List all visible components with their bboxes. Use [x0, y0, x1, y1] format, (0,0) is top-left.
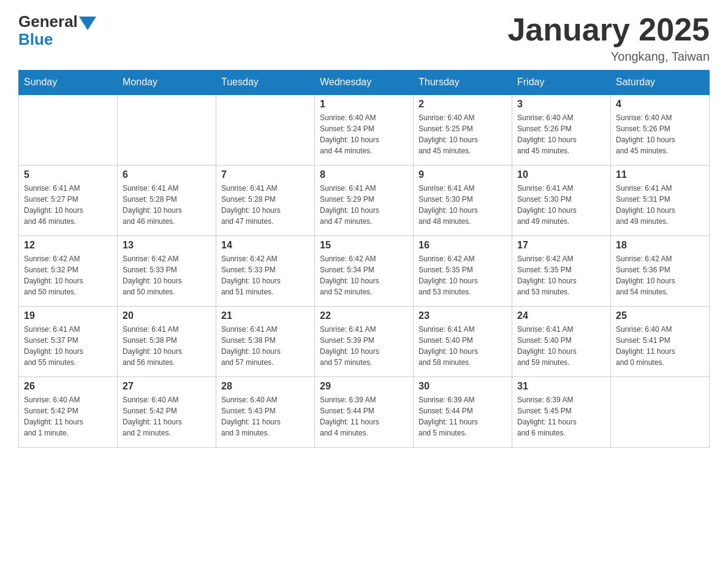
calendar-day-cell: 25Sunrise: 6:40 AMSunset: 5:41 PMDayligh… — [611, 306, 710, 377]
calendar-week-row: 19Sunrise: 6:41 AMSunset: 5:37 PMDayligh… — [19, 306, 710, 377]
day-header-row: Sunday Monday Tuesday Wednesday Thursday… — [19, 71, 710, 95]
header-friday: Friday — [512, 71, 611, 95]
day-info: Sunrise: 6:41 AMSunset: 5:27 PMDaylight:… — [24, 183, 112, 227]
day-info: Sunrise: 6:39 AMSunset: 5:45 PMDaylight:… — [517, 394, 605, 439]
day-info: Sunrise: 6:40 AMSunset: 5:43 PMDaylight:… — [221, 394, 309, 439]
calendar-day-cell: 8Sunrise: 6:41 AMSunset: 5:29 PMDaylight… — [315, 165, 414, 236]
calendar-day-cell: 24Sunrise: 6:41 AMSunset: 5:40 PMDayligh… — [512, 306, 611, 377]
calendar-day-cell — [611, 377, 710, 447]
calendar-day-cell: 21Sunrise: 6:41 AMSunset: 5:38 PMDayligh… — [216, 306, 315, 377]
day-number: 8 — [320, 169, 408, 180]
day-info: Sunrise: 6:41 AMSunset: 5:28 PMDaylight:… — [221, 183, 309, 227]
day-info: Sunrise: 6:41 AMSunset: 5:29 PMDaylight:… — [320, 183, 408, 227]
day-number: 9 — [419, 169, 507, 180]
day-number: 21 — [221, 310, 309, 321]
day-info: Sunrise: 6:41 AMSunset: 5:38 PMDaylight:… — [123, 324, 211, 368]
day-number: 24 — [517, 310, 605, 321]
calendar-week-row: 1Sunrise: 6:40 AMSunset: 5:24 PMDaylight… — [19, 94, 710, 165]
header-tuesday: Tuesday — [216, 71, 315, 95]
day-info: Sunrise: 6:41 AMSunset: 5:30 PMDaylight:… — [419, 183, 507, 227]
day-info: Sunrise: 6:41 AMSunset: 5:37 PMDaylight:… — [24, 324, 112, 368]
day-number: 4 — [616, 99, 704, 110]
day-info: Sunrise: 6:40 AMSunset: 5:42 PMDaylight:… — [123, 394, 211, 439]
month-title: January 2025 — [507, 12, 710, 47]
day-info: Sunrise: 6:41 AMSunset: 5:38 PMDaylight:… — [221, 324, 309, 368]
logo-blue-text: Blue — [18, 30, 53, 49]
day-info: Sunrise: 6:41 AMSunset: 5:39 PMDaylight:… — [320, 324, 408, 368]
calendar-day-cell: 2Sunrise: 6:40 AMSunset: 5:25 PMDaylight… — [414, 94, 512, 165]
day-info: Sunrise: 6:42 AMSunset: 5:35 PMDaylight:… — [419, 253, 507, 297]
calendar-day-cell: 20Sunrise: 6:41 AMSunset: 5:38 PMDayligh… — [118, 306, 216, 377]
title-section: January 2025 Yongkang, Taiwan — [507, 12, 710, 64]
calendar-day-cell: 9Sunrise: 6:41 AMSunset: 5:30 PMDaylight… — [414, 165, 512, 236]
day-info: Sunrise: 6:40 AMSunset: 5:26 PMDaylight:… — [517, 112, 605, 156]
day-info: Sunrise: 6:42 AMSunset: 5:35 PMDaylight:… — [517, 253, 605, 297]
day-info: Sunrise: 6:42 AMSunset: 5:33 PMDaylight:… — [123, 253, 211, 297]
day-number: 17 — [517, 240, 605, 251]
calendar-week-row: 5Sunrise: 6:41 AMSunset: 5:27 PMDaylight… — [19, 165, 710, 236]
header-monday: Monday — [118, 71, 216, 95]
day-info: Sunrise: 6:40 AMSunset: 5:41 PMDaylight:… — [616, 324, 704, 368]
calendar-body: 1Sunrise: 6:40 AMSunset: 5:24 PMDaylight… — [19, 94, 710, 447]
day-number: 31 — [517, 381, 605, 392]
calendar-day-cell: 10Sunrise: 6:41 AMSunset: 5:30 PMDayligh… — [512, 165, 611, 236]
calendar-day-cell: 3Sunrise: 6:40 AMSunset: 5:26 PMDaylight… — [512, 94, 611, 165]
day-number: 13 — [123, 240, 211, 251]
header-sunday: Sunday — [19, 71, 118, 95]
logo-triangle-icon — [79, 17, 96, 30]
logo-general-text: General — [18, 12, 78, 31]
calendar-day-cell: 23Sunrise: 6:41 AMSunset: 5:40 PMDayligh… — [414, 306, 512, 377]
day-number: 18 — [616, 240, 704, 251]
day-number: 11 — [616, 169, 704, 180]
day-number: 10 — [517, 169, 605, 180]
day-info: Sunrise: 6:40 AMSunset: 5:24 PMDaylight:… — [320, 112, 408, 156]
day-info: Sunrise: 6:39 AMSunset: 5:44 PMDaylight:… — [320, 394, 408, 439]
page-header: General Blue January 2025 Yongkang, Taiw… — [18, 12, 710, 64]
logo: General Blue — [18, 12, 96, 49]
calendar-day-cell — [19, 94, 118, 165]
location-label: Yongkang, Taiwan — [507, 50, 710, 64]
calendar-day-cell — [118, 94, 216, 165]
calendar-day-cell: 12Sunrise: 6:42 AMSunset: 5:32 PMDayligh… — [19, 236, 118, 306]
calendar-day-cell: 4Sunrise: 6:40 AMSunset: 5:26 PMDaylight… — [611, 94, 710, 165]
calendar-day-cell: 31Sunrise: 6:39 AMSunset: 5:45 PMDayligh… — [512, 377, 611, 447]
day-info: Sunrise: 6:41 AMSunset: 5:31 PMDaylight:… — [616, 183, 704, 227]
day-number: 14 — [221, 240, 309, 251]
day-number: 30 — [419, 381, 507, 392]
calendar-day-cell: 7Sunrise: 6:41 AMSunset: 5:28 PMDaylight… — [216, 165, 315, 236]
day-number: 25 — [616, 310, 704, 321]
day-number: 27 — [123, 381, 211, 392]
calendar-day-cell: 28Sunrise: 6:40 AMSunset: 5:43 PMDayligh… — [216, 377, 315, 447]
calendar-week-row: 12Sunrise: 6:42 AMSunset: 5:32 PMDayligh… — [19, 236, 710, 306]
calendar-week-row: 26Sunrise: 6:40 AMSunset: 5:42 PMDayligh… — [19, 377, 710, 447]
calendar-day-cell: 15Sunrise: 6:42 AMSunset: 5:34 PMDayligh… — [315, 236, 414, 306]
calendar-day-cell: 16Sunrise: 6:42 AMSunset: 5:35 PMDayligh… — [414, 236, 512, 306]
day-info: Sunrise: 6:41 AMSunset: 5:40 PMDaylight:… — [419, 324, 507, 368]
day-number: 20 — [123, 310, 211, 321]
day-info: Sunrise: 6:41 AMSunset: 5:30 PMDaylight:… — [517, 183, 605, 227]
day-info: Sunrise: 6:42 AMSunset: 5:33 PMDaylight:… — [221, 253, 309, 297]
calendar-day-cell: 1Sunrise: 6:40 AMSunset: 5:24 PMDaylight… — [315, 94, 414, 165]
calendar-day-cell: 5Sunrise: 6:41 AMSunset: 5:27 PMDaylight… — [19, 165, 118, 236]
calendar-day-cell: 29Sunrise: 6:39 AMSunset: 5:44 PMDayligh… — [315, 377, 414, 447]
day-number: 16 — [419, 240, 507, 251]
day-number: 26 — [24, 381, 112, 392]
day-info: Sunrise: 6:42 AMSunset: 5:32 PMDaylight:… — [24, 253, 112, 297]
calendar-header: Sunday Monday Tuesday Wednesday Thursday… — [19, 71, 710, 95]
calendar-day-cell: 26Sunrise: 6:40 AMSunset: 5:42 PMDayligh… — [19, 377, 118, 447]
day-info: Sunrise: 6:39 AMSunset: 5:44 PMDaylight:… — [419, 394, 507, 439]
calendar-day-cell: 13Sunrise: 6:42 AMSunset: 5:33 PMDayligh… — [118, 236, 216, 306]
day-number: 23 — [419, 310, 507, 321]
calendar-day-cell: 14Sunrise: 6:42 AMSunset: 5:33 PMDayligh… — [216, 236, 315, 306]
day-info: Sunrise: 6:41 AMSunset: 5:28 PMDaylight:… — [123, 183, 211, 227]
day-number: 28 — [221, 381, 309, 392]
day-info: Sunrise: 6:41 AMSunset: 5:40 PMDaylight:… — [517, 324, 605, 368]
day-number: 29 — [320, 381, 408, 392]
day-info: Sunrise: 6:40 AMSunset: 5:42 PMDaylight:… — [24, 394, 112, 439]
header-thursday: Thursday — [414, 71, 512, 95]
day-info: Sunrise: 6:40 AMSunset: 5:26 PMDaylight:… — [616, 112, 704, 156]
calendar-table: Sunday Monday Tuesday Wednesday Thursday… — [18, 70, 710, 448]
calendar-day-cell: 6Sunrise: 6:41 AMSunset: 5:28 PMDaylight… — [118, 165, 216, 236]
day-number: 2 — [419, 99, 507, 110]
calendar-day-cell — [216, 94, 315, 165]
